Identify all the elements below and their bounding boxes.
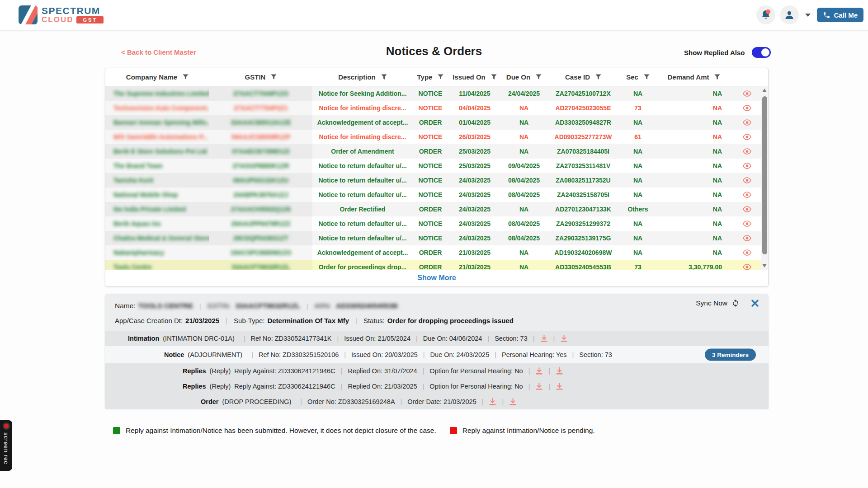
status-legend: Reply against Intimation/Notice has been… xyxy=(113,427,595,435)
eye-cell[interactable] xyxy=(732,173,762,188)
eye-cell[interactable] xyxy=(732,101,762,115)
eye-cell[interactable] xyxy=(732,216,762,231)
view-eye-icon[interactable] xyxy=(743,134,751,140)
eye-cell[interactable] xyxy=(732,202,762,216)
download-icon[interactable] xyxy=(535,367,543,375)
view-eye-icon[interactable] xyxy=(743,177,751,183)
table-row[interactable]: National Mobile Shop24ABPK3876A1ZJNotice… xyxy=(105,188,762,202)
download-icon[interactable] xyxy=(540,335,548,343)
company-cell: Bannari Amman Spinning Mills... xyxy=(105,115,209,130)
call-me-button[interactable]: Call Me xyxy=(817,8,863,22)
screen-recorder-widget[interactable]: screen rec xyxy=(0,420,12,471)
profile-dropdown-caret[interactable] xyxy=(805,14,811,17)
filter-icon[interactable] xyxy=(381,74,387,80)
scroll-down-arrow[interactable] xyxy=(762,264,767,267)
filter-icon[interactable] xyxy=(438,74,443,80)
due-cell: 08/04/2025 xyxy=(501,231,547,245)
gstin-cell: 08AUPN3132K1ZU xyxy=(209,173,312,188)
profile-button[interactable] xyxy=(780,5,799,24)
company-cell: Tools Centre xyxy=(105,260,209,270)
column-header-demand-amt[interactable]: Demand Amt xyxy=(656,68,732,86)
eye-cell[interactable] xyxy=(732,245,762,260)
table-row[interactable]: The Brand Town27AGGP8880K1ZRNotice to re… xyxy=(105,159,762,173)
download-icon[interactable] xyxy=(535,383,543,390)
filter-icon[interactable] xyxy=(595,74,601,80)
table-scrollbar[interactable] xyxy=(761,86,768,270)
filter-icon[interactable] xyxy=(491,74,497,80)
company-cell: The Brand Town xyxy=(105,159,209,173)
show-replied-also-toggle[interactable] xyxy=(752,47,771,58)
view-eye-icon[interactable] xyxy=(743,119,751,126)
company-cell: M/S Samriddhi Automations P... xyxy=(105,130,209,144)
scroll-up-arrow[interactable] xyxy=(762,89,767,92)
download-icon[interactable] xyxy=(556,383,563,390)
view-eye-icon[interactable] xyxy=(743,221,751,227)
view-eye-icon[interactable] xyxy=(743,249,751,256)
demand-cell: NA xyxy=(656,144,732,159)
issued-cell: 26/03/2025 xyxy=(448,130,501,144)
column-header-company-name[interactable]: Company Name xyxy=(105,68,209,86)
view-eye-icon[interactable] xyxy=(743,192,751,198)
eye-cell[interactable] xyxy=(732,130,762,144)
type-cell: NOTICE xyxy=(413,216,448,231)
brand-logo[interactable]: SPECTRUM CLOUD GST xyxy=(19,5,104,24)
table-row[interactable]: Tanisha Kurti08AUPN3132K1ZUNotice to ret… xyxy=(105,173,762,188)
download-icon[interactable] xyxy=(509,398,517,406)
show-more-link[interactable]: Show More xyxy=(417,274,456,282)
brand-gst-badge: GST xyxy=(76,16,104,23)
column-header-gstin[interactable]: GSTIN xyxy=(209,68,312,86)
filter-icon[interactable] xyxy=(183,74,189,80)
table-row[interactable]: Berik E Store Solutions Pvt Ltd07AAECB73… xyxy=(105,144,762,159)
table-row[interactable]: Tools Centre33AACFT8632R1ZLOrder for pro… xyxy=(105,260,762,270)
sync-now-label: Sync Now xyxy=(696,299,727,307)
eye-cell[interactable] xyxy=(732,115,762,130)
eye-cell[interactable] xyxy=(732,260,762,270)
download-icon[interactable] xyxy=(489,398,496,406)
download-icon[interactable] xyxy=(556,367,563,375)
gstin-cell: 29CDQP5436S1ZT xyxy=(209,231,312,245)
column-header-due-on[interactable]: Due On xyxy=(501,68,547,86)
column-header-type[interactable]: Type xyxy=(413,68,448,86)
download-icon[interactable] xyxy=(560,335,568,343)
eye-cell[interactable] xyxy=(732,86,762,101)
table-row[interactable]: Technovision Auto Component...27AACT7764… xyxy=(105,101,762,115)
view-eye-icon[interactable] xyxy=(743,206,751,212)
eye-cell[interactable] xyxy=(732,231,762,245)
eye-cell[interactable] xyxy=(732,144,762,159)
view-eye-icon[interactable] xyxy=(743,148,751,155)
scrollbar-thumb[interactable] xyxy=(762,96,767,254)
view-eye-icon[interactable] xyxy=(743,90,751,97)
column-header-case-id[interactable]: Case ID xyxy=(547,68,620,86)
filter-icon[interactable] xyxy=(644,74,650,80)
table-row[interactable]: Itw India Private Limited27AAACH5002Q1Z6… xyxy=(105,202,762,216)
table-row[interactable]: Nakanipharmacy19ACSPC6680M1ZOAcknowledge… xyxy=(105,245,762,260)
sync-now-button[interactable]: Sync Now xyxy=(696,299,740,307)
eye-cell[interactable] xyxy=(732,159,762,173)
table-row[interactable]: Berik Aquas Inc29AAUPP6479R1ZZNotice to … xyxy=(105,216,762,231)
case-cell: ZA290325139175G xyxy=(547,231,620,245)
view-eye-icon[interactable] xyxy=(743,163,751,169)
column-header-sec[interactable]: Sec xyxy=(620,68,656,86)
table-row[interactable]: The Supreme Industries Limited27AACT7044… xyxy=(105,86,762,101)
column-header-description[interactable]: Description xyxy=(312,68,413,86)
view-eye-icon[interactable] xyxy=(743,264,751,270)
company-cell: Chaitra Medical & General Stores xyxy=(105,231,209,245)
notifications-button[interactable] xyxy=(756,5,775,24)
order-row: Order(DROP PROCEEDING)|Order No: ZD33032… xyxy=(105,394,769,409)
table-row[interactable]: Chaitra Medical & General Stores29CDQP54… xyxy=(105,231,762,245)
reminders-badge[interactable]: 3 Reminders xyxy=(705,349,756,361)
demand-cell: NA xyxy=(656,86,732,101)
company-cell: Berik Aquas Inc xyxy=(105,216,209,231)
column-header-issued-on[interactable]: Issued On xyxy=(448,68,501,86)
case-timeline: Intimation(INTIMATION DRC-01A)|Ref No: Z… xyxy=(105,331,769,409)
detail-name-row: Name: TOOLS CENTRE | GSTIN: 33AACFT8632R… xyxy=(115,300,759,312)
table-row[interactable]: Bannari Amman Spinning Mills...33AAACB85… xyxy=(105,115,762,130)
filter-icon[interactable] xyxy=(271,74,277,80)
eye-cell[interactable] xyxy=(732,188,762,202)
view-eye-icon[interactable] xyxy=(743,105,751,111)
view-eye-icon[interactable] xyxy=(743,235,751,241)
filter-icon[interactable] xyxy=(536,74,542,80)
close-icon[interactable] xyxy=(751,300,759,307)
table-row[interactable]: M/S Samriddhi Automations P...09AAJCS805… xyxy=(105,130,762,144)
filter-icon[interactable] xyxy=(714,74,720,80)
